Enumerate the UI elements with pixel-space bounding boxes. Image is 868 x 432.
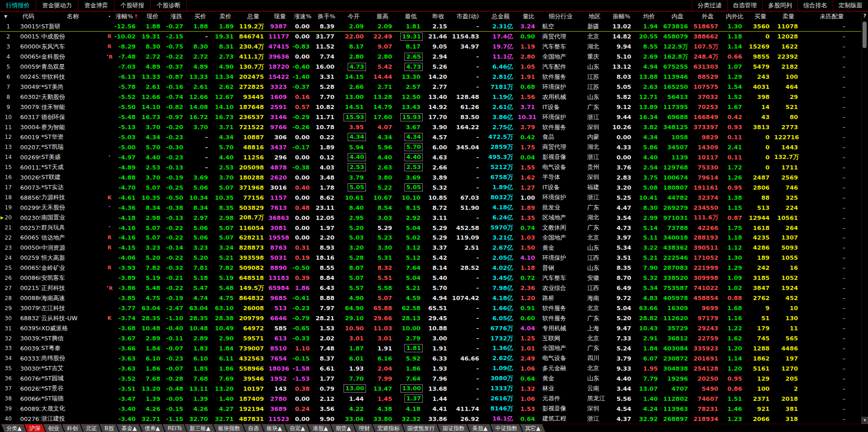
bottom-tab-国证指数[interactable]: 国证指数 — [437, 424, 469, 432]
bottom-tab-宏观指标[interactable]: 宏观指标 — [372, 424, 404, 432]
table-row[interactable]: 23000506中润资源R-4.153.23-0.143.233.2482887… — [0, 243, 861, 253]
bottom-tab-国债预发行[interactable]: 国债预发行 — [402, 424, 440, 432]
table-row[interactable]: 34603333尚纬股份-3.636.10-0.236.106.11432563… — [0, 353, 861, 363]
table-row[interactable]: 10603177德创环保-5.4816.73-0.9716.7216.73236… — [0, 112, 861, 122]
table-row[interactable]: 35300309*ST吉艾-3.631.86-0.071.851.8655896… — [0, 363, 861, 373]
column-header-high[interactable]: 最高 — [368, 12, 397, 21]
bottom-tab-创业[interactable]: 创业 — [43, 424, 64, 432]
bottom-tab-债券[interactable]: 债券▲ — [140, 424, 165, 432]
bottom-tab-美股[interactable]: 美股▲ — [467, 424, 492, 432]
table-row[interactable]: 29300799左江科技-3.7763.04-2.4763.0463.10260… — [0, 303, 861, 313]
table-row[interactable]: 21002575群兴玩具•-4.165.07-0.225.065.0711605… — [0, 223, 861, 233]
table-row[interactable]: 4000656金科股份•R-7.482.72-0.222.722.73411.1… — [0, 52, 861, 62]
bottom-tab-自定[interactable]: 自定▲ — [284, 424, 310, 432]
bottom-tab-板块[interactable]: 板块▲ — [262, 424, 287, 432]
top-button-综合排名[interactable]: 综合排名 — [797, 0, 833, 11]
table-row[interactable]: 6002453华软科技-6.1313.33-0.8713.3313.342024… — [0, 72, 861, 82]
table-row[interactable]: 14002699ST美盛•-4.974.40-0.23–4.4011256296… — [0, 152, 861, 162]
column-header-name[interactable]: 名称 — [40, 12, 105, 21]
column-header-marker[interactable]: • — [105, 14, 114, 19]
bottom-tab-港股[interactable]: 港股▲ — [308, 424, 333, 432]
help-icon[interactable]: ? — [862, 11, 868, 20]
column-header-avg[interactable]: 均价 — [636, 12, 662, 21]
top-button-自选管理[interactable]: 自选管理 — [727, 0, 762, 11]
table-row[interactable]: 9300793佳禾智能-5.5014.10-0.8214.0814.101876… — [0, 102, 861, 112]
column-header-ask[interactable]: 卖价 — [213, 12, 238, 21]
table-row[interactable]: 33600393ST粤泰-3.661.84-0.071.831.84739007… — [0, 344, 861, 354]
table-row[interactable]: 39600892大晟文化-3.404.26-0.154.264.27192194… — [0, 404, 861, 414]
column-header-sell[interactable]: 卖量 — [774, 12, 802, 21]
table-row[interactable]: ▶20002305南国置业-4.182.98-0.132.972.98208.7… — [0, 213, 861, 223]
column-header-region[interactable]: 地区 — [582, 12, 607, 21]
table-row[interactable]: 31603956XD威派格-3.6810.48-0.4010.4810.4964… — [0, 323, 861, 334]
table-row[interactable]: 11300044赛为智能-5.133.70-0.203.703.71721522… — [0, 122, 861, 132]
top-tab-资金驱动力[interactable]: 资金驱动力 — [36, 0, 78, 11]
top-tab-行情报价[interactable]: 行情报价 — [0, 0, 36, 11]
bottom-tab-期货[interactable]: 期货▲ — [331, 424, 356, 432]
column-header-industry[interactable]: 细分行业 — [540, 12, 582, 21]
table-row[interactable]: 30688327云从科技-UWK-3.7428.35-1.1028.3528.3… — [0, 313, 861, 323]
bottom-tab-REITs[interactable]: REITs — [163, 424, 187, 432]
column-header-open[interactable]: 今开 — [339, 12, 368, 21]
bottom-tab-基金[interactable]: 基金▲ — [116, 424, 142, 432]
bottom-tab-自选[interactable]: 自选 — [243, 424, 264, 432]
column-header-pe[interactable]: 市盈(动) — [452, 12, 484, 21]
bottom-tab-新三板[interactable]: 新三板▲ — [185, 424, 215, 432]
bottom-tab-其它[interactable]: 其它▲ — [520, 424, 545, 432]
bottom-tab-沪深[interactable]: 沪深 — [24, 424, 45, 432]
vertical-scrollbar[interactable]: ? ▼ — [861, 11, 868, 424]
table-row[interactable]: 3600006东风汽车R-8.298.30-0.758.308.31230.4万… — [0, 42, 861, 52]
column-header-price[interactable]: 现价 — [140, 12, 165, 21]
column-header-amplitude[interactable]: 振幅% — [607, 12, 636, 21]
column-header-code[interactable]: 代码 — [16, 12, 40, 21]
column-header-low[interactable]: 最低 — [397, 12, 425, 21]
table-row[interactable]: 19002999天禾股份•-4.368.34-0.388.348.3550382… — [0, 202, 861, 213]
column-header-volume[interactable]: 总量 — [238, 12, 268, 21]
table-row[interactable]: 40002761浙江建投-3.4032.71-1.1532.7032.71487… — [0, 414, 861, 424]
table-row[interactable]: 25000655金岭矿业R-3.937.82-0.327.817.8250908… — [0, 263, 861, 273]
bottom-tab-板块指数[interactable]: 板块指数 — [213, 424, 245, 432]
top-tab-个股研报[interactable]: 个股研报 — [115, 0, 151, 11]
bottom-tab-北证[interactable]: 北证 — [81, 424, 102, 432]
bottom-tab-中证指数[interactable]: 中证指数 — [490, 424, 522, 432]
column-header-amount[interactable]: 总金额 — [484, 12, 518, 21]
column-header-pct[interactable]: 涨幅%↑ — [114, 12, 140, 21]
top-tab-个股诊断[interactable]: 个股诊断 — [151, 0, 187, 11]
top-button-多股同列[interactable]: 多股同列 — [762, 0, 797, 11]
top-tab-资金博弈[interactable]: 资金博弈 — [78, 0, 115, 11]
scrollbar-down-arrow-icon[interactable]: ▼ — [862, 417, 868, 424]
column-header-bid[interactable]: 买价 — [188, 12, 213, 21]
table-row[interactable]: 24002591恒大高新-4.065.20-0.225.205.21393598… — [0, 253, 861, 263]
column-header-unmatched[interactable]: 未匹配量 — [802, 12, 861, 21]
table-row[interactable]: 13002072*ST凯瑞-5.005.70-0.30–5.7048816343… — [0, 142, 861, 152]
table-row[interactable]: 38600666*ST瑞德-3.471.39-0.051.391.4018740… — [0, 394, 861, 404]
column-header-turnover[interactable]: 换手% — [314, 12, 339, 21]
table-row[interactable]: 27002157正邦科技•R-3.865.48-0.225.475.48149.… — [0, 283, 861, 293]
bottom-tab-B股[interactable]: B股 — [99, 424, 119, 432]
table-row[interactable]: 36600766*ST园城-3.527.68-0.287.687.6939546… — [0, 373, 861, 383]
bottom-tab-理财[interactable]: 理财 — [354, 424, 375, 432]
column-header-speed[interactable]: 涨速% — [291, 12, 314, 21]
column-header-qrr[interactable]: 量比 — [518, 12, 540, 21]
table-row[interactable]: 22600657信达地产R-4.165.07-0.225.065.0762821… — [0, 233, 861, 243]
column-header-current[interactable]: 现量 — [268, 12, 291, 21]
column-header-change[interactable]: 涨跌 — [165, 12, 188, 21]
column-header-inner[interactable]: 内盘 — [662, 12, 693, 21]
table-row[interactable]: 17600734*ST实达-4.705.07-0.255.065.0737196… — [0, 182, 861, 192]
table-row[interactable]: 2000151中成股份R-10.0219.31-2.15–19.31846741… — [0, 32, 861, 42]
column-header-prev[interactable]: 昨收 — [425, 12, 452, 21]
table-row[interactable]: 1300159ST新研-12.561.88-0.271.881.89119.2万… — [0, 22, 861, 32]
top-button-定制版面[interactable]: 定制版面 — [833, 0, 868, 11]
table-row[interactable]: 12600191*ST华资-5.034.34-0.23–4.3410887306… — [0, 132, 861, 142]
bottom-tab-科创[interactable]: 科创 — [62, 424, 83, 432]
column-header-io[interactable]: 内外比 — [723, 12, 747, 21]
table-row[interactable]: 8603029天鹅股份-5.5212.66-0.7412.6612.679344… — [0, 92, 861, 102]
scrollbar-thumb[interactable] — [863, 22, 867, 48]
table-row[interactable]: 18688565力源科技K-4.6110.35-0.5010.3410.3577… — [0, 192, 861, 202]
table-row[interactable]: 7300495*ST美尚-5.782.61-0.162.612.62272825… — [0, 82, 861, 92]
table-row[interactable]: 37600265*ST景谷-3.5113.20-0.4813.1113.2010… — [0, 383, 861, 394]
top-button-分类过滤[interactable]: 分类过滤 — [692, 0, 727, 11]
table-row[interactable]: 15600112*ST天成-4.892.53-0.13–2.5320509848… — [0, 162, 861, 172]
table-row[interactable]: 26000868安凯客车-3.895.19-0.215.185.19648518… — [0, 273, 861, 283]
column-header-n[interactable]: ▼ — [0, 14, 16, 19]
